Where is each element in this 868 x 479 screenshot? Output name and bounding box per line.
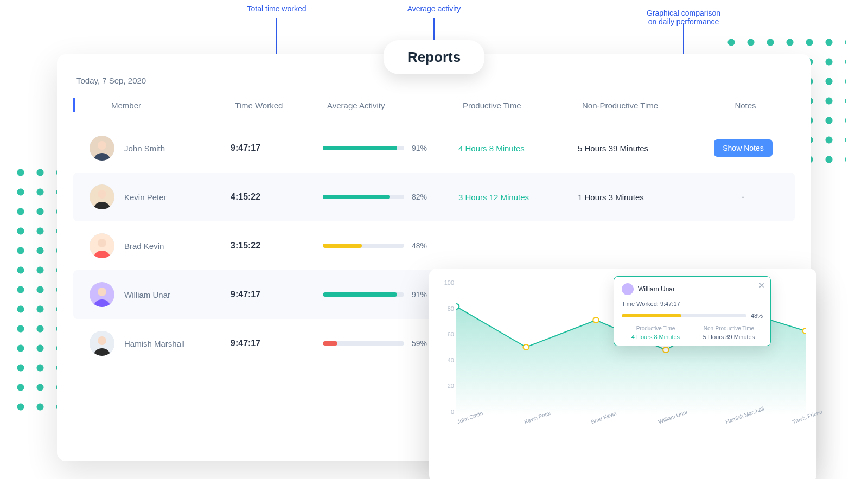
- col-productive: Productive Time: [458, 101, 578, 110]
- nonproductive-value: 1 Hours 3 Minutes: [578, 193, 703, 202]
- time-worked-value: 9:47:17: [231, 290, 323, 299]
- activity-pct: 91%: [412, 290, 427, 299]
- tooltip-activity-pct: 48%: [751, 312, 763, 319]
- chart-point[interactable]: [663, 347, 669, 353]
- show-notes-button[interactable]: Show Notes: [714, 139, 772, 157]
- time-worked-value: 4:15:22: [231, 192, 323, 202]
- chart-point[interactable]: [456, 304, 459, 309]
- avatar: [90, 331, 114, 356]
- table-header: Member Time Worked Average Activity Prod…: [73, 93, 795, 119]
- col-avg-activity: Average Activity: [323, 101, 458, 110]
- tooltip-nonproductive-label: Non-Productive Time: [695, 325, 763, 331]
- activity-pct: 48%: [412, 241, 427, 250]
- date-label: Today, 7 Sep, 2020: [76, 76, 795, 85]
- table-row: Brad Kevin 3:15:22 48%: [73, 221, 795, 270]
- svg-point-7: [98, 288, 106, 296]
- chart-x-axis: John SmithKevin PeterBrad KevinWilliam U…: [456, 415, 806, 437]
- notes-value: -: [742, 192, 744, 201]
- tooltip-time-value: 9:47:17: [660, 301, 680, 307]
- productive-value: 4 Hours 8 Minutes: [458, 144, 578, 153]
- avatar: [622, 283, 634, 295]
- svg-point-9: [98, 336, 106, 345]
- activity-bar: [323, 292, 404, 297]
- svg-point-1: [98, 141, 106, 150]
- avatar: [90, 184, 114, 209]
- reports-panel: Reports Today, 7 Sep, 2020 Member Time W…: [57, 54, 811, 461]
- chart-y-axis: 100806040200: [437, 279, 454, 415]
- performance-chart-card: 100806040200 John SmithKevin PeterBrad K…: [429, 269, 816, 479]
- avatar: [90, 136, 114, 161]
- activity-pct: 59%: [412, 339, 427, 348]
- tooltip-name: William Unar: [638, 285, 675, 293]
- member-name: Brad Kevin: [124, 241, 164, 251]
- tooltip-nonproductive-value: 5 Hours 39 Minutes: [695, 334, 763, 340]
- avatar: [90, 282, 114, 307]
- tooltip-activity-bar: [622, 314, 746, 317]
- close-icon[interactable]: ✕: [758, 281, 765, 290]
- callout-label: Total time worked: [247, 4, 307, 13]
- table-row: Kevin Peter 4:15:22 82% 3 Hours 12 Minut…: [73, 173, 795, 221]
- callout-label: Average activity: [407, 4, 461, 13]
- activity-bar: [323, 146, 404, 150]
- member-name: William Unar: [124, 290, 170, 299]
- col-member: Member: [79, 101, 231, 110]
- time-worked-value: 9:47:17: [231, 143, 323, 153]
- chart-point[interactable]: [593, 317, 599, 323]
- table-row: John Smith 9:47:17 91% 4 Hours 8 Minutes…: [73, 124, 795, 173]
- member-name: Kevin Peter: [124, 193, 167, 202]
- chart-point[interactable]: [803, 328, 806, 334]
- member-name: John Smith: [124, 144, 165, 153]
- col-time-worked: Time Worked: [231, 101, 323, 110]
- col-non-productive: Non-Productive Time: [578, 101, 703, 110]
- activity-pct: 82%: [412, 193, 427, 201]
- activity-pct: 91%: [412, 144, 427, 152]
- tooltip-productive-label: Productive Time: [622, 325, 690, 331]
- activity-bar: [323, 195, 404, 199]
- time-worked-value: 3:15:22: [231, 241, 323, 251]
- chart-point[interactable]: [523, 344, 529, 350]
- nonproductive-value: 5 Hours 39 Minutes: [578, 144, 703, 153]
- time-worked-value: 9:47:17: [231, 339, 323, 348]
- tooltip-time-label: Time Worked:: [622, 301, 659, 307]
- member-name: Hamish Marshall: [124, 339, 185, 348]
- avatar: [90, 233, 114, 258]
- tooltip-productive-value: 4 Hours 8 Minutes: [622, 334, 690, 340]
- productive-value: 3 Hours 12 Minutes: [458, 193, 578, 202]
- page-title: Reports: [384, 40, 484, 74]
- activity-bar: [323, 341, 404, 346]
- activity-bar: [323, 244, 404, 248]
- chart-tooltip: ✕ William Unar Time Worked: 9:47:17 48%: [614, 276, 771, 346]
- svg-point-3: [98, 190, 106, 199]
- col-notes: Notes: [703, 101, 784, 110]
- svg-point-5: [98, 239, 106, 247]
